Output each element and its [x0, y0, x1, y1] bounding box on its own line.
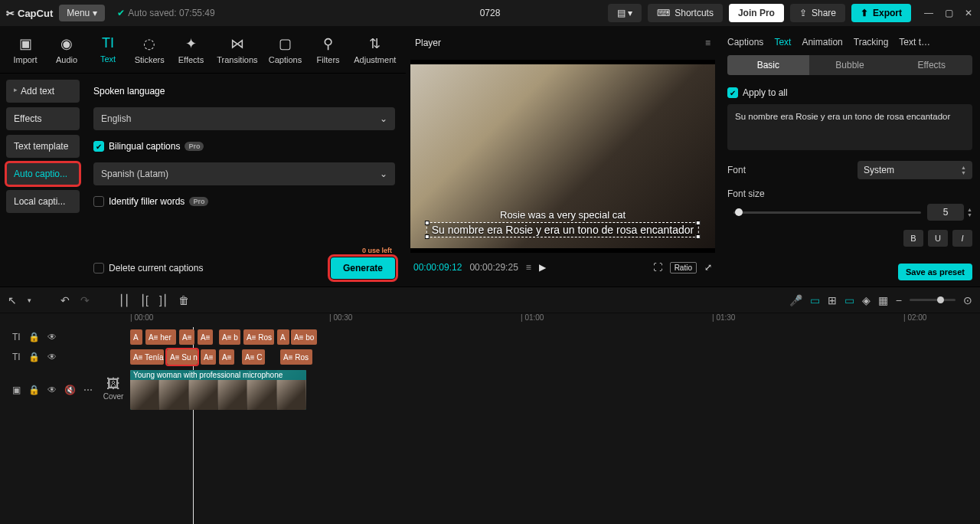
caption-text-input[interactable]: Su nombre era Rosie y era un tono de ros…: [727, 104, 972, 150]
eye-icon[interactable]: 👁: [47, 332, 57, 342]
project-title[interactable]: 0728: [480, 8, 501, 18]
cursor-dropdown[interactable]: ▾: [28, 296, 31, 304]
inspector-tab-captions[interactable]: Captions: [727, 37, 763, 47]
play-button[interactable]: ▶: [539, 262, 546, 273]
up-icon[interactable]: ▲: [967, 207, 972, 212]
sidebar-item-text-template[interactable]: Text template: [6, 135, 80, 158]
up-icon[interactable]: ▲: [961, 165, 966, 170]
inspector-tab-animation[interactable]: Animation: [802, 37, 842, 47]
fullscreen-icon[interactable]: ⤢: [704, 262, 712, 273]
bold-button[interactable]: B: [903, 230, 923, 247]
link-button[interactable]: ⊞: [828, 294, 837, 306]
underline-button[interactable]: U: [928, 230, 948, 247]
zoom-slider[interactable]: [910, 299, 956, 301]
tool-tab-adjustment[interactable]: ⇅Adjustment: [351, 32, 400, 67]
timeline-ruler[interactable]: | 00:00| 00:30| 01:00| 01:30| 02:00: [0, 313, 980, 327]
filler-checkbox[interactable]: [93, 196, 104, 207]
caption-clip[interactable]: A≡ b: [219, 329, 240, 345]
preview-button[interactable]: ◈: [862, 294, 871, 306]
spoken-language-select[interactable]: English⌄: [93, 107, 395, 130]
apply-all-checkbox[interactable]: ✔: [727, 87, 738, 98]
italic-button[interactable]: I: [952, 230, 972, 247]
sidebar-item-local-capti-[interactable]: Local capti...: [6, 190, 80, 213]
down-icon[interactable]: ▼: [961, 170, 966, 175]
trim-right-tool[interactable]: ]⎮: [159, 294, 168, 306]
sidebar-item-auto-captio-[interactable]: Auto captio...: [6, 162, 80, 185]
sidebar-item-add-text[interactable]: ▸Add text: [6, 80, 80, 103]
share-button[interactable]: ⇪Share: [790, 4, 845, 22]
player-menu-icon[interactable]: ≡: [705, 38, 710, 48]
caption-clip[interactable]: A≡ Tenía: [130, 349, 164, 365]
down-icon[interactable]: ▼: [967, 212, 972, 218]
font-size-input[interactable]: 5: [927, 204, 964, 221]
cursor-tool[interactable]: ↖: [8, 294, 17, 306]
player-canvas[interactable]: Rosie was a very special cat Su nombre e…: [410, 60, 715, 253]
caption-clip[interactable]: A≡ Su n: [167, 349, 198, 365]
mic-button[interactable]: 🎤: [789, 294, 802, 306]
eye-icon[interactable]: 👁: [47, 385, 57, 395]
lock-icon[interactable]: 🔒: [28, 385, 40, 395]
tool-tab-transitions[interactable]: ⋈Transitions: [213, 32, 261, 67]
caption-spanish[interactable]: Su nombre era Rosie y era un tono de ros…: [426, 222, 699, 237]
snap-button[interactable]: ▭: [844, 294, 854, 306]
caption-clip[interactable]: A: [277, 329, 289, 345]
font-select[interactable]: System ▲▼: [858, 161, 972, 179]
undo-button[interactable]: ↶: [60, 294, 70, 306]
lock-icon[interactable]: 🔒: [28, 352, 40, 362]
join-pro-button[interactable]: Join Pro: [729, 4, 784, 22]
scan-icon[interactable]: ⛶: [653, 262, 662, 273]
zoom-fit-button[interactable]: ⊙: [963, 294, 972, 306]
trim-left-tool[interactable]: ⎮[: [140, 294, 149, 306]
subtab-bubble[interactable]: Bubble: [809, 55, 891, 75]
lock-icon[interactable]: 🔒: [28, 332, 40, 342]
tool-tab-import[interactable]: ▣Import: [6, 32, 44, 67]
tool-tab-effects[interactable]: ✦Effects: [172, 32, 210, 67]
caption-clip[interactable]: A≡ her: [145, 329, 176, 345]
export-button[interactable]: ⬆Export: [851, 4, 911, 22]
caption-clip[interactable]: A≡ C: [242, 349, 265, 365]
delete-tool[interactable]: 🗑: [178, 294, 189, 306]
inspector-tab-textt[interactable]: Text t…: [899, 37, 930, 47]
redo-button[interactable]: ↷: [80, 294, 90, 306]
track-button[interactable]: ▦: [878, 294, 888, 306]
caption-clip[interactable]: A≡: [201, 349, 216, 365]
menu-button[interactable]: Menu▾: [59, 5, 105, 21]
tool-tab-captions[interactable]: ▢Captions: [264, 32, 305, 67]
split-tool[interactable]: ⎮⎮: [119, 294, 129, 306]
inspector-tab-text[interactable]: Text: [774, 37, 791, 47]
caption-english[interactable]: Rosie was a very special cat: [500, 209, 626, 221]
bilingual-checkbox[interactable]: ✔: [93, 141, 104, 152]
caption-clip[interactable]: A≡ Ros: [280, 349, 312, 365]
tool-tab-audio[interactable]: ◉Audio: [47, 32, 86, 67]
aspect-button[interactable]: ▤ ▾: [608, 4, 642, 22]
cover-button[interactable]: Cover: [100, 376, 127, 401]
close-button[interactable]: ✕: [963, 8, 974, 18]
list-icon[interactable]: ≡: [526, 262, 531, 273]
inspector-tab-tracking[interactable]: Tracking: [854, 37, 889, 47]
minimize-button[interactable]: —: [923, 8, 934, 18]
magnet-button[interactable]: ▭: [810, 294, 820, 306]
tool-tab-stickers[interactable]: ◌Stickers: [130, 32, 168, 67]
mute-icon[interactable]: 🔇: [64, 385, 76, 395]
caption-clip[interactable]: A≡: [198, 329, 213, 345]
subtab-basic[interactable]: Basic: [727, 55, 809, 75]
caption-clip[interactable]: A≡: [219, 349, 234, 365]
sidebar-item-effects[interactable]: Effects: [6, 107, 80, 130]
save-preset-button[interactable]: Save as preset: [898, 264, 972, 280]
zoom-out-button[interactable]: −: [896, 294, 902, 306]
caption-clip[interactable]: A≡: [179, 329, 194, 345]
bilingual-language-select[interactable]: Spanish (Latam)⌄: [93, 162, 395, 185]
tool-tab-text[interactable]: TIText: [89, 32, 127, 67]
video-clip[interactable]: Young woman with professional microphone: [130, 370, 306, 410]
caption-clip[interactable]: A: [130, 329, 142, 345]
font-size-slider[interactable]: [733, 211, 921, 214]
caption-clip[interactable]: A≡ Ros: [243, 329, 274, 345]
caption-clip[interactable]: A≡ bo: [291, 329, 317, 345]
shortcuts-button[interactable]: ⌨Shortcuts: [648, 4, 723, 22]
caption-track-1[interactable]: AA≡ herA≡A≡A≡ bA≡ RosAA≡ bo: [130, 327, 980, 347]
generate-button[interactable]: 0 use left Generate: [331, 257, 395, 279]
tool-tab-filters[interactable]: ⚲Filters: [309, 32, 348, 67]
eye-icon[interactable]: 👁: [47, 352, 57, 362]
maximize-button[interactable]: ▢: [943, 8, 954, 18]
caption-track-2[interactable]: A≡ TeníaA≡ Su nA≡A≡A≡ CA≡ Ros: [130, 347, 980, 367]
